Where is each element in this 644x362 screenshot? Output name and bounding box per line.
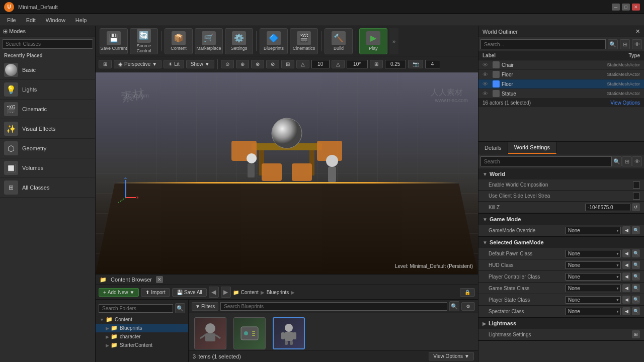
vp-icon-btn-7[interactable]: △ xyxy=(332,60,345,68)
play-button[interactable]: ▶ Play xyxy=(359,28,387,54)
viewport[interactable]: 素材 rr-sc.com 人人素材 www.rr-sc.com Z X Leve… xyxy=(96,72,478,274)
settings-button[interactable]: ⚙️ Settings xyxy=(225,28,253,54)
folder-blueprints[interactable]: ▶ 📁 Blueprints xyxy=(96,324,188,332)
search-content-input[interactable] xyxy=(220,302,447,311)
lightmass-expand-button[interactable]: ⊞ xyxy=(632,330,640,338)
menu-window[interactable]: Window xyxy=(41,14,70,26)
category-volumes[interactable]: 🔲 Volumes xyxy=(0,158,95,178)
nav-forward-button[interactable]: ▶ xyxy=(221,287,231,298)
search-folders-input[interactable] xyxy=(99,304,173,313)
outliner-close-button[interactable]: ✕ xyxy=(635,28,640,35)
gamemode-override-arrow-left[interactable]: ◀ xyxy=(622,226,630,234)
game-state-arrow[interactable]: ◀ xyxy=(622,284,630,292)
outliner-grid-button[interactable]: ⊞ xyxy=(620,39,630,49)
player-state-arrow[interactable]: ◀ xyxy=(622,296,630,304)
menu-edit[interactable]: Edit xyxy=(21,14,41,26)
search-classes-input[interactable] xyxy=(2,39,93,49)
category-all-classes[interactable]: ⊞ All Classes xyxy=(0,178,95,198)
asset-new-game-mode[interactable]: New Game Mode xyxy=(232,317,267,350)
rotate-input[interactable] xyxy=(347,60,368,68)
asset-player-character[interactable]: player Character BP xyxy=(271,317,306,350)
show-button[interactable]: Show ▼ xyxy=(186,60,214,68)
tab-details[interactable]: Details xyxy=(478,142,508,153)
vp-icon-btn-2[interactable]: ⊕ xyxy=(236,60,249,68)
vp-icon-btn-3[interactable]: ⊗ xyxy=(251,60,264,68)
filters-button[interactable]: ▼ Filters xyxy=(192,302,218,311)
kill-z-reset-button[interactable]: ↺ xyxy=(632,203,640,211)
vp-icon-btn-1[interactable]: ⊙ xyxy=(221,60,234,68)
vp-icon-btn-4[interactable]: ⊘ xyxy=(266,60,279,68)
category-basic[interactable]: Basic xyxy=(0,60,95,80)
menu-file[interactable]: File xyxy=(2,14,21,26)
outliner-row-floor-2[interactable]: 👁 Floor StaticMeshActor xyxy=(478,79,644,89)
toolbar-more-button[interactable]: » xyxy=(389,28,398,54)
add-new-button[interactable]: + Add New ▼ xyxy=(99,288,139,297)
build-button[interactable]: 🔨 Build xyxy=(325,28,353,54)
details-grid-button[interactable]: ⊞ xyxy=(622,156,632,166)
details-search-input[interactable] xyxy=(480,156,612,166)
lightmass-section-header[interactable]: ▶ Lightmass xyxy=(478,318,644,329)
folder-content[interactable]: ▼ 📁 Content xyxy=(96,315,188,324)
category-geometry[interactable]: ⬡ Geometry xyxy=(0,139,95,158)
player-state-search[interactable]: 🔍 xyxy=(632,296,640,304)
save-current-button[interactable]: 💾 Save Current xyxy=(100,28,128,54)
details-search-button[interactable]: 🔍 xyxy=(612,156,622,166)
search-content-button[interactable]: 🔍 xyxy=(449,301,459,311)
content-settings-button[interactable]: ⚙ xyxy=(461,302,475,311)
player-controller-dropdown[interactable]: None xyxy=(566,273,621,281)
viewport-mode-button[interactable]: ⊞ xyxy=(99,60,112,68)
client-side-level-checkbox[interactable] xyxy=(633,193,640,200)
outliner-search-button[interactable]: 🔍 xyxy=(608,39,618,49)
outliner-row-statue[interactable]: 👁 Statue StaticMeshActor xyxy=(478,89,644,99)
game-state-search[interactable]: 🔍 xyxy=(632,284,640,292)
blueprints-button[interactable]: 🔷 Blueprints xyxy=(260,28,288,54)
outliner-row-chair[interactable]: 👁 Chair StaticMeshActor xyxy=(478,60,644,70)
scale-input[interactable] xyxy=(385,60,406,68)
folder-starter-content[interactable]: ▶ 📁 StarterContent xyxy=(96,341,188,349)
marketplace-button[interactable]: 🛒 Marketplace xyxy=(195,28,223,54)
menu-help[interactable]: Help xyxy=(70,14,92,26)
search-folders-button[interactable]: 🔍 xyxy=(175,303,185,313)
asset-enemy-actor[interactable]: enemy Actor xyxy=(193,317,228,350)
outliner-search-input[interactable] xyxy=(480,39,606,49)
import-button[interactable]: ⬆ Import xyxy=(141,288,170,297)
vp-icon-btn-8[interactable]: ⊞ xyxy=(370,60,383,68)
breadcrumb-blueprints[interactable]: Blueprints xyxy=(267,290,289,295)
minimize-button[interactable]: ─ xyxy=(612,4,620,11)
hud-class-arrow[interactable]: ◀ xyxy=(622,261,630,269)
outliner-eye-button[interactable]: 👁 xyxy=(632,39,642,49)
default-pawn-search[interactable]: 🔍 xyxy=(632,249,640,257)
breadcrumb-content[interactable]: Content xyxy=(241,290,259,295)
default-pawn-dropdown[interactable]: None xyxy=(566,250,621,257)
hud-class-search[interactable]: 🔍 xyxy=(632,261,640,269)
vp-icon-btn-6[interactable]: △ xyxy=(296,60,309,68)
spectator-class-arrow[interactable]: ◀ xyxy=(622,307,630,315)
view-options-label-outliner[interactable]: View Options xyxy=(610,100,640,106)
camera-input[interactable] xyxy=(425,60,440,68)
outliner-row-floor-1[interactable]: 👁 Floor StaticMeshActor xyxy=(478,70,644,79)
content-button[interactable]: 📦 Content xyxy=(165,28,193,54)
selected-gamemode-header[interactable]: ▼ Selected GameMode xyxy=(478,237,644,248)
spectator-class-search[interactable]: 🔍 xyxy=(632,307,640,315)
grid-size-input[interactable] xyxy=(311,60,330,68)
lit-button[interactable]: ☀ Lit xyxy=(164,60,184,68)
player-state-dropdown[interactable]: None xyxy=(566,296,621,304)
source-control-button[interactable]: 🔄 Source Control xyxy=(130,28,158,54)
vp-icon-btn-9[interactable]: 📷 xyxy=(408,60,423,68)
world-section-header[interactable]: ▼ World xyxy=(478,168,644,179)
cb-settings-button[interactable]: 🔒 xyxy=(460,288,475,297)
game-mode-section-header[interactable]: ▼ Game Mode xyxy=(478,214,644,225)
gamemode-override-search[interactable]: 🔍 xyxy=(632,226,640,234)
default-pawn-arrow[interactable]: ◀ xyxy=(622,249,630,257)
tab-world-settings[interactable]: World Settings xyxy=(508,142,556,154)
view-options-button[interactable]: View Options ▼ xyxy=(429,352,474,360)
folder-character[interactable]: ▶ 📁 character xyxy=(96,332,188,341)
details-eye-button[interactable]: 👁 xyxy=(632,156,642,166)
maximize-button[interactable]: □ xyxy=(622,4,630,11)
category-cinematic[interactable]: 🎬 Cinematic xyxy=(0,100,95,119)
close-button[interactable]: ✕ xyxy=(632,4,640,11)
hud-class-dropdown[interactable]: None xyxy=(566,261,621,269)
cinematics-button[interactable]: 🎬 Cinematics xyxy=(290,28,318,54)
category-lights[interactable]: 💡 Lights xyxy=(0,80,95,100)
spectator-class-dropdown[interactable]: None xyxy=(566,308,621,315)
